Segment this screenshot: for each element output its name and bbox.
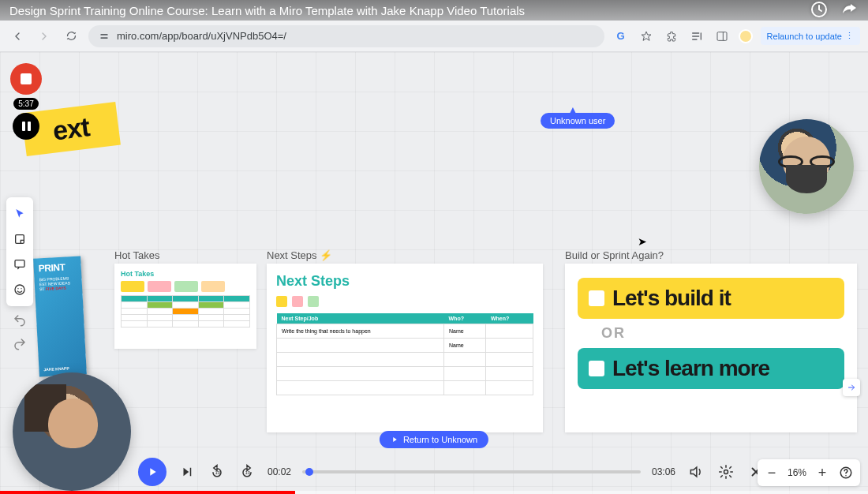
svg-point-6 [15,285,24,294]
zoom-in-button[interactable]: + [814,465,830,481]
site-settings-icon[interactable] [98,30,110,43]
undo-button[interactable] [6,312,33,329]
svg-point-7 [17,288,18,289]
expand-right-icon[interactable] [843,379,860,396]
zoom-controls: − 16% + [758,459,860,486]
svg-rect-5 [15,260,24,268]
svg-point-8 [21,288,21,289]
side-panel-icon[interactable] [713,28,731,45]
return-to-unknown-button[interactable]: Return to Unknown [380,431,488,448]
or-divider: OR [578,319,844,348]
cursor-tool[interactable] [6,202,33,226]
svg-point-11 [724,470,728,474]
video-title-bar: Design Sprint Training Online Course: Le… [0,0,868,21]
play-button[interactable] [138,458,166,486]
sticky-note-tool[interactable] [6,227,33,251]
frame-next-steps[interactable]: Next Steps Next Step/Job Who? When? Writ… [267,264,543,432]
google-icon[interactable]: G [612,28,630,45]
sticky-text: ext [51,111,92,146]
frame-hot-takes[interactable]: Hot Takes [114,264,256,349]
reload-button[interactable] [62,27,80,46]
svg-text:10: 10 [245,470,251,475]
frame-label-hot-takes[interactable]: Hot Takes [114,249,160,261]
forward-button[interactable] [35,27,54,46]
settings-button[interactable] [716,462,735,481]
youtube-progress-bar[interactable] [0,491,295,494]
choice-build-it[interactable]: Let's build it [578,278,844,319]
url-bar[interactable]: miro.com/app/board/uXjVNPdb5O4=/ [88,25,604,47]
table-row [277,367,533,381]
next-steps-table[interactable]: Next Step/Job Who? When? Write the thing… [276,313,533,395]
table-row: Write the thing that needs to happenName [277,324,533,339]
youtube-progress-remainder[interactable] [295,491,868,494]
back-button[interactable] [8,27,27,46]
frame-build-or-sprint[interactable]: Let's build it OR Let's learn more [565,264,857,432]
stop-record-button[interactable] [10,63,42,95]
reading-list-icon[interactable] [688,28,705,45]
choice-learn-more[interactable]: Let's learn more [578,348,844,389]
miro-canvas[interactable]: ext ▲ Unknown user ➤ PRINT BIG PROBLEMS … [0,52,868,494]
checkbox-icon[interactable] [589,361,604,376]
table-row: Name [277,339,533,353]
video-title: Design Sprint Training Online Course: Le… [9,4,525,17]
volume-button[interactable] [687,462,705,481]
frame-label-build[interactable]: Build or Sprint Again? [565,249,664,261]
browser-toolbar: miro.com/app/board/uXjVNPdb5O4=/ G Relau… [0,21,868,52]
duration: 03:06 [652,466,675,477]
share-icon[interactable] [840,0,859,21]
svg-rect-2 [100,37,107,39]
help-button[interactable] [838,465,854,481]
webcam-presenter-top[interactable] [759,119,854,214]
watch-later-icon[interactable] [810,0,829,21]
profile-avatar[interactable] [739,29,753,43]
pause-record-button[interactable] [13,113,39,140]
emoji-tool[interactable] [6,278,33,301]
sprint-book-cover[interactable]: PRINT BIG PROBLEMS EST NEW IDEAS ST FIVE… [33,256,87,377]
checkbox-icon[interactable] [589,290,604,306]
progress-bar[interactable] [302,470,641,473]
forward-10-button[interactable]: 10 [238,462,256,481]
talktrack-player: 10 10 00:02 03:06 [138,455,765,489]
mouse-cursor-icon: ➤ [638,235,647,248]
undo-redo-group [6,312,33,353]
relaunch-button[interactable]: Relaunch to update⋮ [761,27,860,45]
webcam-presenter-bottom[interactable] [13,372,131,491]
screen-recorder-widget[interactable]: 5:37 [8,63,44,140]
svg-rect-1 [100,34,107,36]
url-text: miro.com/app/board/uXjVNPdb5O4=/ [117,30,286,42]
table-row [277,353,533,367]
svg-text:10: 10 [215,470,221,475]
redo-button[interactable] [6,335,33,353]
comment-tool[interactable] [6,253,33,276]
svg-rect-4 [16,235,24,244]
miro-toolbar [6,197,33,306]
current-time: 00:02 [268,466,291,477]
svg-rect-3 [717,32,727,40]
collaborator-cursor-label: Unknown user [541,113,615,129]
rewind-10-button[interactable]: 10 [208,462,226,481]
extensions-icon[interactable] [663,28,680,45]
record-timer: 5:37 [13,98,38,110]
hot-takes-table [121,295,250,327]
zoom-level[interactable]: 16% [788,467,806,478]
table-row [277,381,533,395]
frame-label-next-steps[interactable]: Next Steps ⚡ [267,249,332,261]
zoom-out-button[interactable]: − [764,465,780,481]
next-button[interactable] [178,462,196,481]
bookmark-icon[interactable] [638,28,655,45]
